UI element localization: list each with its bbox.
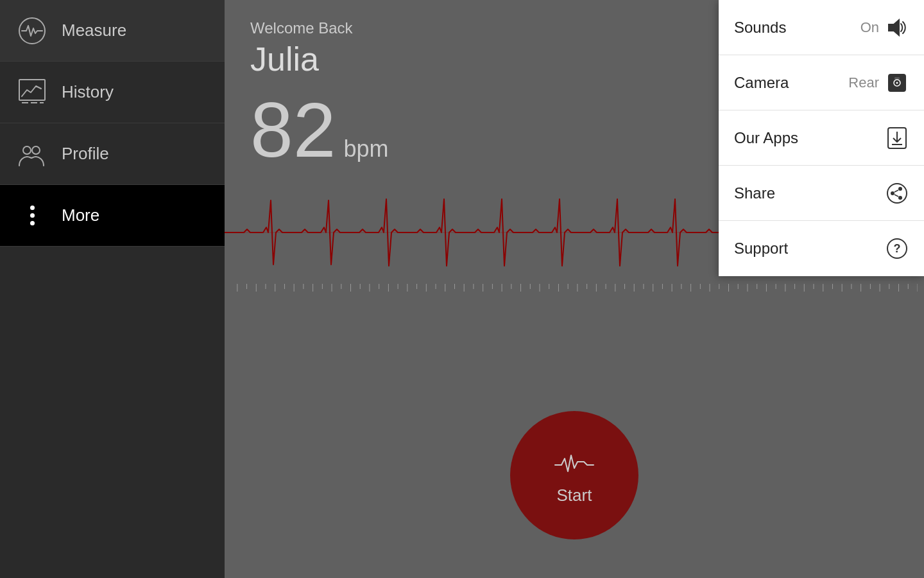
sidebar-item-more[interactable]: More	[0, 185, 225, 247]
bpm-value: 82	[250, 91, 336, 168]
profile-label: Profile	[62, 144, 109, 164]
history-label: History	[62, 82, 114, 102]
svg-marker-81	[889, 20, 899, 35]
svg-point-91	[898, 187, 902, 191]
our-apps-label: Our Apps	[734, 129, 798, 147]
chart-icon	[15, 76, 49, 109]
question-icon: ?	[886, 237, 909, 260]
camera-label: Camera	[734, 74, 789, 92]
menu-item-sounds[interactable]: Sounds On	[719, 0, 924, 55]
camera-value: Rear	[848, 74, 879, 91]
profile-icon	[15, 137, 49, 171]
support-right: ?	[886, 237, 909, 260]
camera-icon	[886, 71, 909, 94]
more-label: More	[62, 206, 99, 225]
svg-point-6	[32, 146, 40, 154]
svg-point-92	[898, 196, 902, 200]
measure-label: Measure	[62, 21, 126, 40]
ruler-svg	[231, 284, 918, 310]
three-dots-icon	[30, 206, 35, 225]
menu-item-our-apps[interactable]: Our Apps	[719, 110, 924, 166]
svg-point-5	[23, 146, 31, 154]
sidebar-item-history[interactable]: History	[0, 62, 225, 123]
svg-line-94	[894, 195, 898, 197]
menu-item-camera[interactable]: Camera Rear	[719, 55, 924, 110]
start-button[interactable]: Start	[510, 411, 638, 539]
svg-line-93	[894, 190, 898, 192]
support-label: Support	[734, 240, 788, 258]
main-content: Welcome Back Julia 82 bpm	[225, 0, 924, 578]
dropdown-menu: Sounds On Camera Rear	[719, 0, 924, 276]
menu-item-share[interactable]: Share	[719, 166, 924, 221]
sounds-label: Sounds	[734, 19, 786, 37]
sidebar-item-measure[interactable]: Measure	[0, 0, 225, 62]
our-apps-right	[886, 127, 909, 150]
heartbeat-icon	[15, 14, 49, 48]
sidebar: Measure History Profile	[0, 0, 225, 578]
start-button-container: Start	[510, 411, 638, 539]
sounds-right: On	[860, 16, 909, 39]
menu-item-support[interactable]: Support ?	[719, 221, 924, 276]
share-right	[886, 182, 909, 205]
share-label: Share	[734, 184, 775, 202]
download-icon	[886, 127, 909, 150]
sidebar-item-profile[interactable]: Profile	[0, 123, 225, 185]
timeline-ruler	[225, 284, 924, 310]
svg-text:?: ?	[894, 242, 901, 255]
speaker-icon	[886, 16, 909, 39]
start-label: Start	[557, 486, 592, 505]
svg-point-83	[896, 82, 898, 83]
bpm-unit: bpm	[343, 136, 388, 162]
more-icon	[15, 199, 49, 232]
camera-right: Rear	[848, 71, 909, 94]
svg-point-89	[887, 184, 907, 203]
sounds-value: On	[860, 19, 879, 36]
svg-point-90	[891, 191, 894, 195]
share-icon	[886, 182, 909, 205]
